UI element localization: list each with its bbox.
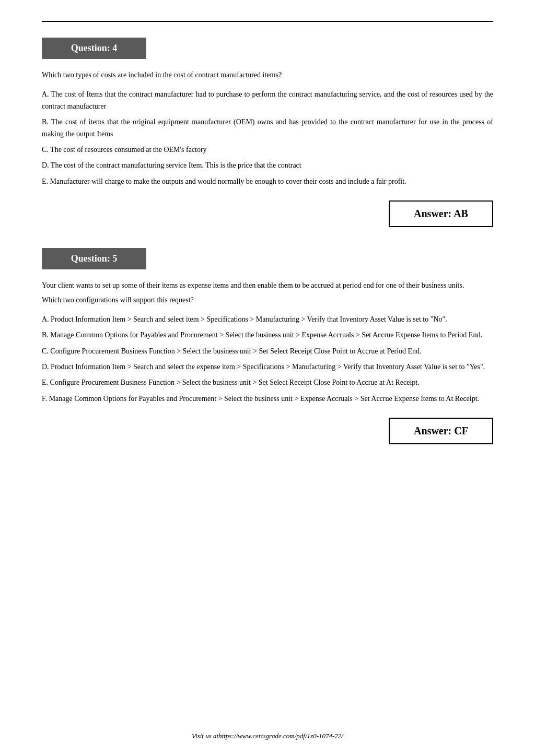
q5-option-c: C. Configure Procurement Business Functi… [42, 346, 493, 357]
q5-option-a: A. Product Information Item > Search and… [42, 314, 493, 325]
question-5-answer-container: Answer: CF [42, 412, 493, 444]
q5-option-e: E. Configure Procurement Business Functi… [42, 377, 493, 388]
question-4-text: Which two types of costs are included in… [42, 69, 493, 81]
q4-option-c: C. The cost of resources consumed at the… [42, 144, 493, 156]
question-4-block: Question: 4 Which two types of costs are… [42, 38, 493, 227]
q4-option-b: B. The cost of items that the original e… [42, 116, 493, 140]
question-5-options: A. Product Information Item > Search and… [42, 314, 493, 405]
q5-option-b: B. Manage Common Options for Payables an… [42, 329, 493, 341]
q4-option-d: D. The cost of the contract manufacturin… [42, 160, 493, 171]
question-5-intro: Your client wants to set up some of thei… [42, 280, 493, 306]
q5-option-d: D. Product Information Item > Search and… [42, 361, 493, 373]
question-4-options: A. The cost of Items that the contract m… [42, 89, 493, 187]
question-5-answer-box: Answer: CF [389, 418, 493, 444]
q4-option-e: E. Manufacturer will charge to make the … [42, 176, 493, 187]
question-4-header: Question: 4 [42, 38, 146, 59]
q5-option-f: F. Manage Common Options for Payables an… [42, 393, 493, 405]
top-border [42, 21, 493, 22]
question-5-header: Question: 5 [42, 248, 146, 269]
q4-option-a: A. The cost of Items that the contract m… [42, 89, 493, 112]
page-footer: Visit us athttps://www.certsgrade.com/pd… [0, 732, 535, 740]
question-5-block: Question: 5 Your client wants to set up … [42, 248, 493, 444]
question-4-answer-container: Answer: AB [42, 195, 493, 227]
question-4-answer-box: Answer: AB [389, 200, 493, 227]
